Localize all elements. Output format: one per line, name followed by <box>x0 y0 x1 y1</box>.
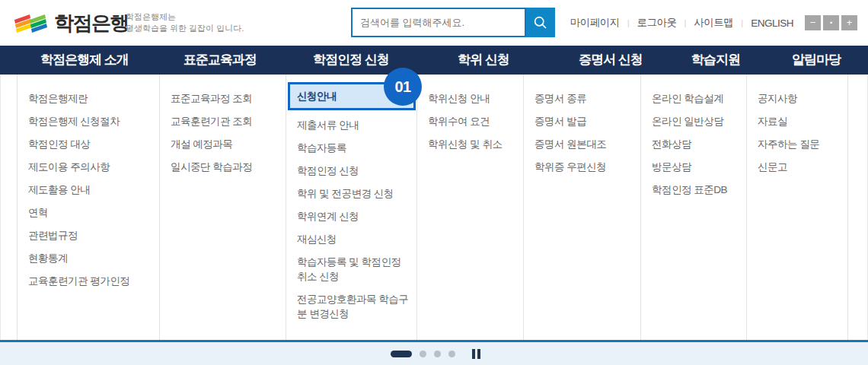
mega-menu-column-5: 온라인 학습설계온라인 일반상담전화상담방문상담학점인정 표준DB <box>641 75 747 340</box>
menu-item-label: 학점인정 신청 <box>297 165 359 176</box>
main-nav-item-4[interactable]: 증명서 신청 <box>579 46 643 75</box>
utility-link-0[interactable]: 마이페이지 <box>570 16 620 30</box>
menu-item-label: 학점인정 표준DB <box>652 184 727 195</box>
menu-item[interactable]: 일시중단 학습과정 <box>171 155 279 178</box>
menu-item[interactable]: 학점은행제란 <box>28 87 153 110</box>
menu-item-label: 학위연계 신청 <box>297 211 359 222</box>
menu-item[interactable]: 학습자등록 <box>297 136 410 159</box>
menu-item[interactable]: 학점인정 표준DB <box>652 178 740 201</box>
carousel-indicator-3[interactable] <box>434 351 441 357</box>
menu-item[interactable]: 제도활용 안내 <box>28 178 153 201</box>
menu-item-label: 관련법규정 <box>28 230 78 241</box>
menu-item[interactable]: 표준교육과정 조회 <box>171 87 279 110</box>
search-input[interactable] <box>351 8 526 37</box>
menu-item[interactable]: 학위신청 및 취소 <box>428 132 517 155</box>
mega-menu-column-1: 표준교육과정 조회교육훈련기관 조회개설 예정과목일시중단 학습과정 <box>160 75 286 340</box>
menu-item[interactable]: 학위증 우편신청 <box>535 155 634 178</box>
menu-item[interactable]: 현황통계 <box>28 246 153 269</box>
main-nav-item-0[interactable]: 학점은행제 소개 <box>40 46 129 75</box>
menu-item-label: 표준교육과정 조회 <box>171 93 252 104</box>
menu-item-label: 온라인 일반상담 <box>652 116 723 127</box>
menu-item-label: 학위 및 전공변경 신청 <box>297 188 394 199</box>
menu-item-highlighted[interactable]: 신청안내01 <box>288 82 416 110</box>
logo-stripes-icon <box>14 11 47 36</box>
menu-item[interactable]: 개설 예정과목 <box>171 132 279 155</box>
menu-item[interactable]: 교육훈련기관 평가인정 <box>28 269 153 292</box>
menu-item[interactable]: 학위 및 전공변경 신청 <box>297 182 410 205</box>
menu-item[interactable]: 신문고 <box>758 155 841 178</box>
utility-link-2[interactable]: 사이트맵 <box>694 16 733 30</box>
step-badge: 01 <box>384 68 422 106</box>
menu-item-label: 학점인정 대상 <box>28 138 90 150</box>
menu-item-label: 학위수여 요건 <box>428 116 490 127</box>
mega-menu-column-6: 공지사항자료실자주하는 질문신문고 <box>747 75 848 340</box>
font-increase-button[interactable]: + <box>841 15 857 30</box>
menu-item[interactable]: 전공교양호환과목 학습구분 변경신청 <box>297 287 410 325</box>
carousel-indicator-4[interactable] <box>448 351 455 357</box>
main-nav-item-5[interactable]: 학습지원 <box>691 46 740 75</box>
utility-link-1[interactable]: 로그아웃 <box>637 16 677 30</box>
utility-nav: 마이페이지|로그아웃|사이트맵|ENGLISH − • + <box>570 0 857 46</box>
menu-item-label: 재심신청 <box>297 233 337 245</box>
mega-menu-column-4: 증명서 종류증명서 발급증명서 원본대조학위증 우편신청 <box>524 75 641 340</box>
main-nav: 학점은행제 소개표준교육과정학점인정 신청학위 신청증명서 신청학습지원알림마당 <box>0 46 868 75</box>
main-nav-item-3[interactable]: 학위 신청 <box>458 46 509 75</box>
carousel-indicator-2[interactable] <box>420 351 426 357</box>
carousel-pause-button[interactable] <box>471 349 482 359</box>
menu-item[interactable]: 방문상담 <box>652 155 740 178</box>
font-decrease-button[interactable]: − <box>805 15 821 30</box>
menu-item[interactable]: 학습자등록 및 학점인정 취소 신청 <box>297 250 410 287</box>
menu-item-label: 신문고 <box>758 161 787 173</box>
utility-separator: | <box>741 18 743 27</box>
logo[interactable]: 학점은행 <box>14 10 129 36</box>
font-reset-button[interactable]: • <box>823 15 839 30</box>
menu-item-label: 증명서 종류 <box>535 93 586 104</box>
menu-item-label: 자주하는 질문 <box>758 138 819 150</box>
tagline-line-2: 평생학습을 위한 길잡이 입니다. <box>126 23 244 34</box>
menu-item[interactable]: 교육훈련기관 조회 <box>171 110 279 132</box>
utility-link-3[interactable]: ENGLISH <box>751 17 793 29</box>
menu-item[interactable]: 관련법규정 <box>28 224 153 246</box>
menu-item[interactable]: 자주하는 질문 <box>758 132 841 155</box>
mega-menu-dropdown: 학점은행제란학점은행제 신청절차학점인정 대상제도이용 주의사항제도활용 안내연… <box>17 75 847 340</box>
menu-item-label: 자료실 <box>758 116 787 127</box>
menu-item[interactable]: 학점은행제 신청절차 <box>28 110 153 132</box>
menu-item[interactable]: 학위수여 요건 <box>428 110 517 132</box>
main-nav-item-2[interactable]: 학점인정 신청 <box>313 46 389 75</box>
page: 학점은행 학점은행제는 평생학습을 위한 길잡이 입니다. 마이페이지|로그아웃… <box>0 0 868 365</box>
menu-item[interactable]: 증명서 원본대조 <box>535 132 634 155</box>
menu-item[interactable]: 온라인 학습설계 <box>652 87 740 110</box>
menu-item-label: 제도이용 주의사항 <box>28 161 110 173</box>
menu-item-label: 증명서 발급 <box>535 116 586 127</box>
menu-item-label: 일시중단 학습과정 <box>171 161 252 173</box>
menu-item-label: 교육훈련기관 조회 <box>171 116 252 127</box>
main-nav-item-1[interactable]: 표준교육과정 <box>183 46 257 75</box>
search-box <box>351 8 555 37</box>
tagline-line-1: 학점은행제는 <box>126 11 244 23</box>
menu-item-label: 학습자등록 <box>297 142 346 154</box>
menu-item-label: 제출서류 안내 <box>297 119 359 131</box>
menu-item[interactable]: 온라인 일반상담 <box>652 110 740 132</box>
menu-item[interactable]: 증명서 발급 <box>535 110 634 132</box>
menu-item[interactable]: 연혁 <box>28 201 153 224</box>
menu-item[interactable]: 학점인정 신청 <box>297 159 410 182</box>
logo-title: 학점은행 <box>54 10 129 36</box>
menu-item[interactable]: 제도이용 주의사항 <box>28 155 153 178</box>
menu-item-label: 교육훈련기관 평가인정 <box>28 275 129 287</box>
menu-item-label: 현황통계 <box>28 252 68 264</box>
menu-item[interactable]: 제출서류 안내 <box>297 113 410 136</box>
menu-item[interactable]: 자료실 <box>758 110 841 132</box>
main-nav-item-6[interactable]: 알림마당 <box>792 46 841 75</box>
menu-item-label: 학위신청 안내 <box>428 93 490 104</box>
menu-item[interactable]: 공지사항 <box>758 87 841 110</box>
menu-item[interactable]: 증명서 종류 <box>535 87 634 110</box>
menu-item-label: 제도활용 안내 <box>28 184 90 195</box>
menu-item-label: 온라인 학습설계 <box>652 93 723 104</box>
menu-item[interactable]: 학위신청 안내 <box>428 87 517 110</box>
menu-item[interactable]: 전화상담 <box>652 132 740 155</box>
menu-item[interactable]: 학위연계 신청 <box>297 205 410 227</box>
menu-item[interactable]: 재심신청 <box>297 227 410 250</box>
search-button[interactable] <box>526 8 555 37</box>
menu-item[interactable]: 학점인정 대상 <box>28 132 153 155</box>
carousel-indicator-active[interactable] <box>391 351 412 357</box>
